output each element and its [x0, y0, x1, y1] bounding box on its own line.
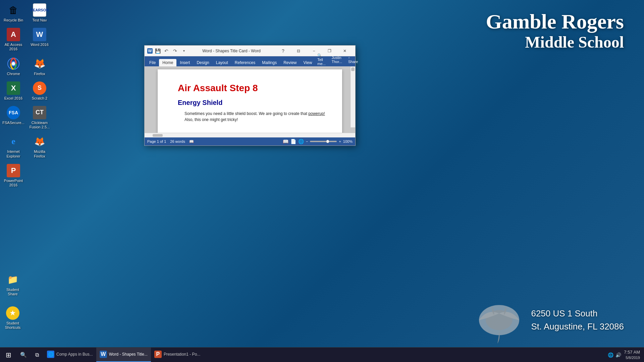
redo-btn[interactable]: ↷: [171, 48, 179, 54]
print-layout-btn[interactable]: 📄: [290, 139, 296, 144]
web-layout-btn[interactable]: 🌐: [298, 139, 304, 144]
ppt-taskbar-icon: P: [154, 351, 162, 358]
school-logo-area: 6250 US 1 South St. Augustine, FL 32086: [474, 295, 624, 345]
page-indicator: Page 1 of 1: [147, 139, 166, 143]
recycle-bin-icon[interactable]: 🗑 Recycle Bin: [1, 1, 26, 24]
proofing-icon: 📖: [189, 139, 194, 144]
taskbar: ⊞ 🔍 ⧉ 🌐 Comp Apps in Bus... W Word - Sha…: [0, 347, 644, 362]
doc-heading2: Energy Shield: [178, 99, 325, 107]
zoom-thumb: [326, 140, 329, 143]
school-branding: Gamble Rogers Middle School: [486, 10, 624, 51]
school-address: 6250 US 1 South St. Augustine, FL 32086: [531, 307, 624, 333]
comp-apps-label: Comp Apps in Bus...: [56, 352, 93, 357]
access-2016-icon[interactable]: A AE Access 2016: [1, 26, 26, 53]
ribbon-extras: 🔍 Tell me... Justin Thor... ↑ Share: [315, 53, 363, 66]
zoom-slider[interactable]: [310, 141, 337, 142]
school-logo-icon: [474, 295, 524, 345]
student-shortcuts-icon[interactable]: ★ Student Shortcuts: [0, 304, 25, 332]
tab-file[interactable]: File: [146, 59, 159, 66]
word-taskbar-icon: W: [100, 351, 107, 358]
start-button[interactable]: ⊞: [0, 348, 17, 362]
taskbar-search-btn[interactable]: 🔍: [17, 348, 30, 362]
taskbar-word[interactable]: W Word - Shapes Title...: [96, 348, 151, 362]
status-bar-right: 📖 📄 🌐 − + 100%: [283, 139, 353, 144]
help-btn[interactable]: ?: [275, 46, 291, 56]
tab-mailings[interactable]: Mailings: [259, 59, 280, 66]
excel-2016-icon[interactable]: X Excel 2016: [1, 79, 26, 103]
word-status-bar: Page 1 of 1 26 words 📖 📖 📄 🌐 − + 100%: [145, 137, 355, 145]
doc-heading1: Air Assault Step 8: [178, 83, 325, 94]
powerpoint-2016-icon[interactable]: P PowerPoint 2016: [1, 162, 26, 189]
undo-btn[interactable]: ↶: [163, 48, 170, 54]
task-view-btn[interactable]: ⧉: [30, 348, 44, 362]
zoom-out-btn[interactable]: −: [306, 139, 308, 143]
tab-insert[interactable]: Insert: [176, 59, 193, 66]
word-window: W 💾 ↶ ↷ ▾ Word - Shapes Title Card - Wor…: [144, 45, 356, 146]
student-share-icon[interactable]: 📁 Student Share: [0, 271, 25, 298]
save-toolbar-btn[interactable]: 💾: [154, 48, 161, 54]
internet-explorer-icon[interactable]: e Internet Explorer: [1, 133, 26, 160]
clock-date: 5/8/2019: [624, 355, 640, 360]
user-account-btn[interactable]: Justin Thor...: [330, 55, 344, 64]
zoom-percent: 100%: [343, 139, 353, 143]
tab-review[interactable]: Review: [280, 59, 300, 66]
share-btn[interactable]: ↑ Share: [346, 55, 360, 64]
test-nav-icon[interactable]: PEARSON Test Nav: [27, 1, 52, 24]
word-window-title: Word - Shapes Title Card - Word: [187, 49, 275, 53]
zoom-in-btn[interactable]: +: [339, 139, 341, 143]
firefox-desktop-icon[interactable]: 🦊 Firefox: [27, 55, 52, 78]
doc-link: powerup!: [308, 111, 325, 116]
mozilla-firefox-icon[interactable]: 🦊 Mozilla Firefox: [27, 133, 52, 160]
comp-apps-icon: 🌐: [47, 351, 54, 358]
fsa-secure-icon[interactable]: FSA FSASecure...: [1, 104, 26, 131]
customize-toolbar-btn[interactable]: ▾: [180, 48, 187, 54]
taskbar-items: 🌐 Comp Apps in Bus... W Word - Shapes Ti…: [44, 348, 604, 362]
word-2016-icon[interactable]: W Word 2016: [27, 26, 52, 53]
school-name-line2: Middle School: [486, 33, 624, 51]
document-page: Air Assault Step 8 Energy Shield Sometim…: [158, 69, 342, 133]
tab-home[interactable]: Home: [159, 59, 176, 66]
title-bar-left: W 💾 ↶ ↷ ▾: [147, 48, 187, 54]
ribbon-toggle-btn[interactable]: ⊟: [291, 46, 306, 56]
word-count: 26 words: [170, 139, 185, 143]
ribbon-tabs-row: File Home Insert Design Layout Reference…: [145, 56, 355, 66]
system-tray-icons: 🌐 🔊: [608, 352, 621, 358]
volume-icon: 🔊: [615, 352, 621, 358]
taskbar-presentation[interactable]: P Presentation1 - Po...: [151, 348, 204, 362]
tab-view[interactable]: View: [300, 59, 316, 66]
clickteam-icon[interactable]: CT Clickteam Fusion 2.5...: [27, 104, 52, 131]
tab-references[interactable]: References: [231, 59, 259, 66]
tab-design[interactable]: Design: [193, 59, 212, 66]
presentation-label: Presentation1 - Po...: [164, 352, 200, 357]
tell-me-btn[interactable]: 🔍 Tell me...: [315, 53, 327, 66]
ribbon: File Home Insert Design Layout Reference…: [145, 56, 355, 67]
taskbar-comp-apps[interactable]: 🌐 Comp Apps in Bus...: [44, 348, 96, 362]
network-icon: 🌐: [608, 352, 613, 358]
doc-body: Sometimes you need a little shield boost…: [184, 111, 325, 123]
read-mode-btn[interactable]: 📖: [283, 139, 288, 144]
taskbar-right: 🌐 🔊 7:57 AM 5/8/2019: [604, 350, 644, 360]
clock-time: 7:57 AM: [624, 350, 640, 355]
document-area: Air Assault Step 8 Energy Shield Sometim…: [145, 67, 355, 133]
word-task-label: Word - Shapes Title...: [109, 352, 148, 357]
horizontal-scrollbar[interactable]: [145, 133, 355, 137]
tab-layout[interactable]: Layout: [213, 59, 231, 66]
taskbar-clock[interactable]: 7:57 AM 5/8/2019: [624, 350, 640, 360]
chrome-icon[interactable]: Chrome: [1, 55, 26, 78]
desktop-icons-grid: 🗑 Recycle Bin PEARSON Test Nav A AE Acce…: [0, 0, 53, 191]
scratch-2-icon[interactable]: S Scratch 2: [27, 79, 52, 103]
svg-point-4: [12, 62, 15, 65]
word-app-icon: W: [147, 48, 153, 54]
vertical-scrollbar[interactable]: [350, 67, 355, 127]
school-name-line1: Gamble Rogers: [486, 10, 624, 33]
document-scroll-area[interactable]: Air Assault Step 8 Energy Shield Sometim…: [145, 67, 355, 133]
